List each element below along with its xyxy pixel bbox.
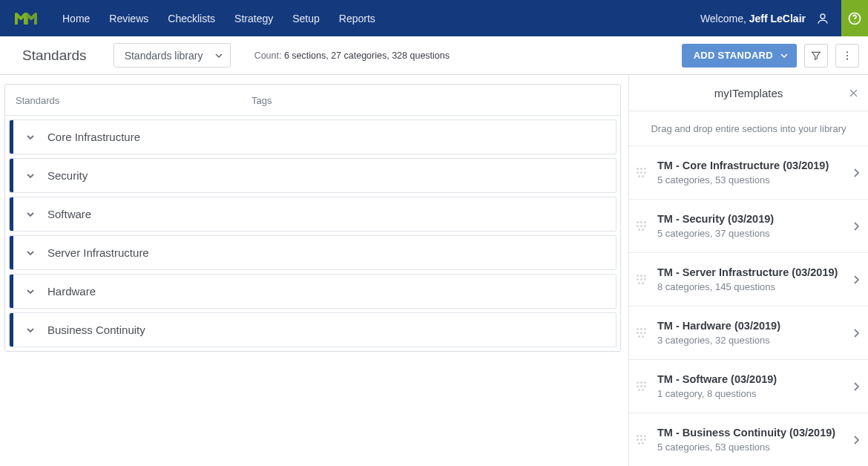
- section-name: Business Continuity: [47, 324, 145, 336]
- chevron-down-icon[interactable]: [13, 289, 47, 295]
- svg-point-0: [821, 14, 825, 19]
- svg-point-5: [846, 58, 848, 59]
- template-title: TM - Hardware (03/2019): [657, 320, 853, 332]
- chevron-down-icon[interactable]: [13, 250, 47, 256]
- more-vertical-icon: [841, 50, 853, 62]
- standards-panel: Standards Tags Core Infrastructure Secur…: [0, 75, 628, 466]
- svg-point-2: [854, 21, 855, 22]
- nav-reviews[interactable]: Reviews: [109, 13, 148, 24]
- standards-header-row: Standards Tags: [5, 85, 620, 116]
- user-icon[interactable]: [812, 12, 834, 25]
- template-subtitle: 1 category, 8 questions: [657, 388, 853, 399]
- column-tags: Tags: [251, 95, 272, 106]
- template-row[interactable]: TM - Business Continuity (03/2019) 5 cat…: [629, 413, 868, 466]
- svg-point-3: [846, 51, 848, 53]
- nav-links: Home Reviews Checklists Strategy Setup R…: [62, 13, 375, 24]
- welcome-text: Welcome, Jeff LeClair: [700, 13, 806, 24]
- page-title: Standards: [22, 47, 87, 64]
- section-row[interactable]: Server Infrastructure: [9, 235, 617, 270]
- template-subtitle: 5 categories, 37 questions: [657, 228, 853, 239]
- count-summary: Count: 6 sections, 27 categories, 328 qu…: [254, 50, 450, 61]
- template-subtitle: 5 categories, 53 questions: [657, 174, 853, 186]
- section-name: Core Infrastructure: [47, 131, 140, 143]
- app-logo[interactable]: [0, 11, 52, 26]
- column-standards: Standards: [16, 95, 251, 106]
- caret-down-icon: [780, 53, 788, 58]
- section-row[interactable]: Software: [9, 197, 617, 232]
- drag-handle-icon[interactable]: [635, 221, 647, 231]
- add-standard-button[interactable]: ADD STANDARD: [682, 44, 797, 68]
- template-title: TM - Business Continuity (03/2019): [657, 427, 853, 439]
- section-row[interactable]: Business Continuity: [9, 312, 617, 347]
- template-row[interactable]: TM - Server Infrastructure (03/2019) 8 c…: [629, 253, 868, 306]
- chevron-down-icon[interactable]: [13, 173, 47, 179]
- section-name: Security: [47, 169, 88, 182]
- chevron-right-icon[interactable]: [853, 275, 859, 285]
- template-title: TM - Security (03/2019): [657, 213, 853, 225]
- nav-reports[interactable]: Reports: [339, 13, 375, 24]
- svg-point-4: [846, 54, 848, 56]
- more-menu-button[interactable]: [835, 44, 859, 68]
- top-nav: Home Reviews Checklists Strategy Setup R…: [0, 0, 868, 36]
- chevron-right-icon[interactable]: [853, 435, 859, 445]
- close-icon: [848, 88, 859, 99]
- close-panel-button[interactable]: [848, 88, 859, 99]
- caret-down-icon: [215, 53, 223, 58]
- templates-list[interactable]: TM - Core Infrastructure (03/2019) 5 cat…: [629, 146, 868, 466]
- template-subtitle: 8 categories, 145 questions: [657, 281, 853, 292]
- section-row[interactable]: Core Infrastructure: [9, 119, 617, 154]
- sub-bar: Standards Standards library Count: 6 sec…: [0, 36, 868, 75]
- filter-button[interactable]: [804, 44, 828, 68]
- drag-handle-icon[interactable]: [635, 168, 647, 177]
- section-row[interactable]: Hardware: [9, 274, 617, 309]
- filter-icon: [810, 50, 822, 62]
- chevron-down-icon[interactable]: [13, 211, 47, 217]
- template-title: TM - Core Infrastructure (03/2019): [657, 160, 853, 171]
- templates-panel-title: myITemplates: [629, 87, 868, 99]
- standards-library-dropdown[interactable]: Standards library: [114, 43, 231, 68]
- chevron-right-icon[interactable]: [853, 168, 859, 178]
- help-button[interactable]: [841, 0, 868, 36]
- template-row[interactable]: TM - Software (03/2019) 1 category, 8 qu…: [629, 360, 868, 413]
- drag-handle-icon[interactable]: [635, 328, 647, 338]
- template-row[interactable]: TM - Hardware (03/2019) 3 categories, 32…: [629, 306, 868, 360]
- section-name: Server Infrastructure: [47, 246, 149, 259]
- chevron-down-icon[interactable]: [13, 134, 47, 140]
- section-row[interactable]: Security: [9, 158, 617, 193]
- drag-handle-icon[interactable]: [635, 435, 647, 444]
- template-row[interactable]: TM - Security (03/2019) 5 categories, 37…: [629, 200, 868, 253]
- nav-checklists[interactable]: Checklists: [168, 13, 215, 24]
- templates-hint: Drag and drop entire sections into your …: [629, 111, 868, 146]
- nav-strategy[interactable]: Strategy: [234, 13, 273, 24]
- templates-panel: myITemplates Drag and drop entire sectio…: [628, 75, 868, 466]
- chevron-right-icon[interactable]: [853, 381, 859, 392]
- nav-home[interactable]: Home: [62, 13, 90, 24]
- template-subtitle: 3 categories, 32 questions: [657, 335, 853, 346]
- chevron-down-icon[interactable]: [13, 327, 47, 333]
- nav-setup[interactable]: Setup: [292, 13, 320, 24]
- template-title: TM - Server Infrastructure (03/2019): [657, 266, 853, 278]
- chevron-right-icon[interactable]: [853, 221, 859, 232]
- section-name: Software: [47, 208, 91, 220]
- drag-handle-icon[interactable]: [635, 381, 647, 391]
- drag-handle-icon[interactable]: [635, 275, 647, 284]
- chevron-right-icon[interactable]: [853, 328, 859, 338]
- template-row[interactable]: TM - Core Infrastructure (03/2019) 5 cat…: [629, 146, 868, 200]
- template-subtitle: 5 categories, 53 questions: [657, 442, 853, 453]
- section-name: Hardware: [47, 285, 96, 298]
- template-title: TM - Software (03/2019): [657, 373, 853, 385]
